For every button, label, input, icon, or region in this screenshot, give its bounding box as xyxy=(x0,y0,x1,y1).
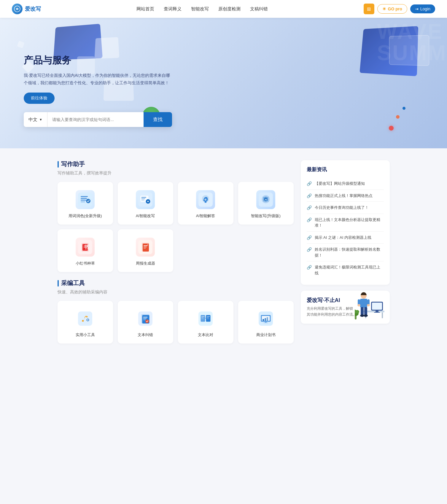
left-panel: 写作助手 写作辅助工具，撰写效率提升 xyxy=(58,160,294,344)
svg-rect-33 xyxy=(78,311,92,326)
news-text-5: 姓名识别利器：快速提取和解析姓名数据！ xyxy=(315,247,384,258)
link-icon-6: 🔗 xyxy=(307,265,312,270)
svg-text:AI: AI xyxy=(265,198,267,201)
hero-banner: WAVESUMM 产品与服务 我·爱改写已经全面接入国内AI大模型，作为你的智能… xyxy=(0,18,447,148)
hero-desc: 我·爱改写已经全面接入国内AI大模型，作为你的智能伙伴，无论您的需求来自哪个领域… xyxy=(24,72,172,87)
tool-card-ai-answer[interactable]: A AI智能解答 xyxy=(178,182,233,225)
svg-rect-32 xyxy=(144,248,146,249)
link-icon-2: 🔗 xyxy=(307,205,312,210)
tool-card-text-correct[interactable]: 文本纠错 xyxy=(118,301,173,344)
news-box: 最新资讯 🔗 【爱改写】网站升级模型通知 🔗 热搜功能正式上线！掌握网络热点 🔗… xyxy=(301,160,390,285)
nav-check[interactable]: 原创度检测 xyxy=(218,6,241,12)
nav-dict[interactable]: 查词释义 xyxy=(164,6,182,12)
tool-card-smart-rewrite[interactable]: AI 智能改写(升级版) xyxy=(238,182,294,225)
news-item-4[interactable]: 🔗 揭示 AI 之谜：AI 内容检测器上线 xyxy=(307,232,384,244)
nav-rewrite[interactable]: 智能改写 xyxy=(191,6,209,12)
news-item-2[interactable]: 🔗 今日历史事件查询功能上线了！ xyxy=(307,202,384,214)
svg-rect-5 xyxy=(81,201,85,202)
svg-point-73 xyxy=(367,304,370,306)
news-item-6[interactable]: 🔗 避免违规词汇！极限词检测工具现已上线 xyxy=(307,261,384,279)
svg-rect-48 xyxy=(201,317,204,318)
logo[interactable]: 爱改写 xyxy=(12,4,41,14)
try-button[interactable]: 前往体验 xyxy=(24,93,55,104)
search-button[interactable]: 查找 xyxy=(144,112,172,127)
svg-rect-69 xyxy=(360,299,367,308)
ai-answer-label: AI智能解答 xyxy=(196,213,215,219)
login-button[interactable]: ⇥ Login xyxy=(410,4,435,13)
editing-section-accent xyxy=(58,280,59,287)
promo-box: 爱改写·不止AI 充分利用爱改写的工具，解锁 其功能并利用您的内容工作流。 xyxy=(301,291,390,324)
svg-text:书: 书 xyxy=(84,244,89,250)
word-polish-icon xyxy=(76,190,95,209)
section-accent xyxy=(58,161,59,168)
svg-point-36 xyxy=(87,319,89,321)
logo-text: 爱改写 xyxy=(25,5,41,12)
svg-rect-66 xyxy=(376,311,378,312)
news-item-1[interactable]: 🔗 热搜功能正式上线！掌握网络热点 xyxy=(307,190,384,202)
news-item-5[interactable]: 🔗 姓名识别利器：快速提取和解析姓名数据！ xyxy=(307,244,384,261)
text-compare-label: 文本比对 xyxy=(198,332,213,338)
ai-answer-icon: A xyxy=(196,190,215,209)
ai-rewrite-label: AI智能改写 xyxy=(136,213,155,219)
login-icon: ⇥ xyxy=(415,7,419,11)
tool-card-weekly-report[interactable]: 周报生成器 xyxy=(118,229,173,272)
writing-section-header: 写作助手 xyxy=(58,160,294,168)
logo-icon xyxy=(12,4,23,14)
tool-card-business-plan[interactable]: 商业计划书 xyxy=(238,301,294,344)
text-correct-icon xyxy=(136,309,155,328)
weekly-report-label: 周报生成器 xyxy=(136,261,155,266)
nav-home[interactable]: 网站首页 xyxy=(136,6,154,12)
link-icon-3: 🔗 xyxy=(307,217,312,222)
svg-rect-45 xyxy=(201,315,205,322)
svg-rect-50 xyxy=(207,317,210,317)
hero-content: 产品与服务 我·爱改写已经全面接入国内AI大模型，作为你的智能伙伴，无论您的需求… xyxy=(0,39,196,127)
svg-rect-40 xyxy=(143,317,148,317)
svg-rect-46 xyxy=(206,315,211,322)
search-input[interactable] xyxy=(47,112,144,127)
smart-rewrite-icon: AI xyxy=(256,190,275,209)
hero-title: 产品与服务 xyxy=(24,54,172,67)
promo-desc: 充分利用爱改写的工具，解锁 其功能并利用您的内容工作流。 xyxy=(307,306,357,318)
svg-point-6 xyxy=(86,199,90,203)
news-text-4: 揭示 AI 之谜：AI 内容检测器上线 xyxy=(315,235,371,241)
svg-rect-52 xyxy=(207,319,209,319)
gopro-label: GO pro xyxy=(388,7,402,11)
svg-rect-58 xyxy=(267,317,268,321)
nav-correct[interactable]: 文稿纠错 xyxy=(250,6,268,12)
header: 爱改写 网站首页 查词释义 智能改写 原创度检测 文稿纠错 ⊞ ☀ GO pro… xyxy=(0,0,447,18)
tool-card-word-polish[interactable]: 用词润色(全新升级) xyxy=(58,182,113,225)
promo-figure xyxy=(355,291,387,324)
svg-rect-9 xyxy=(141,197,147,198)
svg-rect-47 xyxy=(201,317,205,317)
main-content: 写作助手 写作辅助工具，撰写效率提升 xyxy=(46,148,402,355)
news-text-3: 现已上线！文本颜色分析器让提取更精准！ xyxy=(315,217,384,228)
gopro-button[interactable]: ☀ GO pro xyxy=(377,4,407,14)
practical-tools-icon xyxy=(76,309,95,328)
news-title: 最新资讯 xyxy=(307,166,384,173)
tool-card-text-compare[interactable]: 文本比对 xyxy=(178,301,233,344)
tool-card-xiaohongshu[interactable]: 书 小红书种草 xyxy=(58,229,113,272)
right-sidebar: 最新资讯 🔗 【爱改写】网站升级模型通知 🔗 热搜功能正式上线！掌握网络热点 🔗… xyxy=(301,160,390,344)
news-item-3[interactable]: 🔗 现已上线！文本颜色分析器让提取更精准！ xyxy=(307,214,384,232)
svg-rect-10 xyxy=(141,198,146,199)
nav: 网站首页 查词释义 智能改写 原创度检测 文稿纠错 xyxy=(136,6,268,12)
word-polish-label: 用词润色(全新升级) xyxy=(69,213,102,219)
news-item-0[interactable]: 🔗 【爱改写】网站升级模型通知 xyxy=(307,178,384,190)
grid-button[interactable]: ⊞ xyxy=(364,4,374,14)
search-lang-text: 中文 xyxy=(28,117,37,123)
business-plan-label: 商业计划书 xyxy=(256,332,276,338)
editing-section-header: 采编工具 xyxy=(58,279,294,287)
svg-rect-51 xyxy=(207,317,209,318)
svg-rect-65 xyxy=(372,303,382,310)
tool-card-ai-rewrite[interactable]: AI智能改写 xyxy=(118,182,173,225)
weekly-report-icon xyxy=(136,238,155,257)
search-lang-selector[interactable]: 中文 ▼ xyxy=(24,112,47,127)
editing-section-sub: 快速、高效的辅助采编内容 xyxy=(58,290,294,295)
news-text-0: 【爱改写】网站升级模型通知 xyxy=(315,181,365,187)
tool-card-practical-tools[interactable]: 实用小工具 xyxy=(58,301,113,344)
svg-point-34 xyxy=(82,320,84,322)
svg-rect-49 xyxy=(201,319,204,319)
search-bar: 中文 ▼ 查找 xyxy=(24,112,172,127)
svg-rect-75 xyxy=(364,307,367,315)
link-icon-1: 🔗 xyxy=(307,193,312,198)
